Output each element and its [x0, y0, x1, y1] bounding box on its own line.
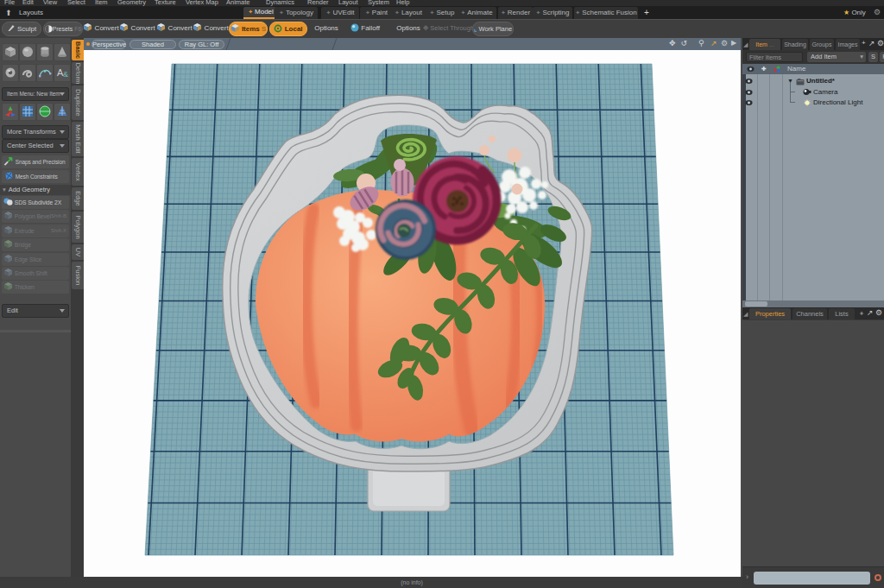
svg-text:&: &: [63, 70, 68, 79]
